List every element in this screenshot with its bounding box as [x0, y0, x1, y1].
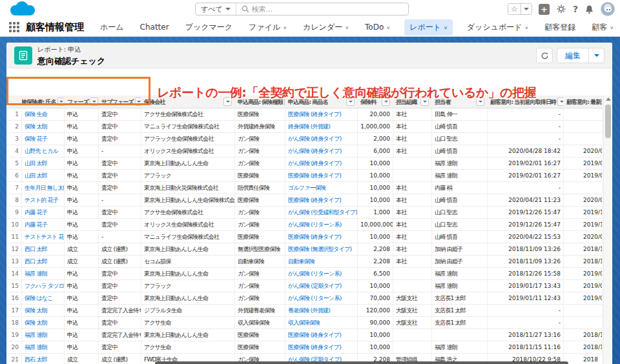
nav-tab-7[interactable]: ダッシュボード∨ — [465, 19, 531, 35]
record-link[interactable]: 保険 太朗 — [22, 305, 65, 316]
record-link[interactable]: がん保険 (終身タイプ) — [285, 133, 358, 145]
record-link[interactable]: 医療保険 (終身タイプ) — [285, 108, 358, 120]
record-link[interactable]: 医療保険 (無選択型タイプ) — [285, 243, 358, 255]
vertical-scrollbar-thumb[interactable] — [605, 105, 611, 138]
column-header-8[interactable]: 担当者 — [432, 96, 488, 108]
record-link[interactable]: がん保険 (引受緩和型タイプ) — [285, 207, 358, 218]
nav-tab-1[interactable]: Chatter — [138, 20, 171, 34]
nav-tab-label: 顧客登録 — [544, 22, 575, 33]
record-link[interactable]: 医療保険 (終身タイプ) — [285, 170, 358, 181]
column-header-9[interactable]: 顧客意向: 当初意向取得日時 — [488, 96, 564, 108]
record-link[interactable]: がん保険 (リターン系) — [285, 219, 358, 230]
record-link[interactable]: 内藤 花子 — [22, 207, 65, 218]
record-link[interactable]: 西石 太郎 — [22, 354, 65, 364]
record-link[interactable]: 医療保険 (終身タイプ) — [285, 341, 358, 353]
record-link[interactable]: 養老保険 (外貨建) — [285, 305, 358, 316]
notification-bell-icon[interactable] — [584, 5, 594, 14]
vertical-scrollbar[interactable] — [603, 96, 612, 364]
sort-caret-icon[interactable] — [90, 97, 98, 106]
nav-tab-3[interactable]: ファイル∨ — [247, 19, 289, 35]
nav-tab-9[interactable]: 顧客∨ — [590, 19, 615, 35]
record-link[interactable]: 終身保険 (外貨建) — [285, 121, 358, 132]
record-link[interactable]: 保険 花子 — [22, 133, 65, 145]
record-link[interactable]: がん保険 (リターン系) — [285, 268, 358, 279]
record-link[interactable]: 医療保険 (終身タイプ) — [285, 231, 358, 243]
record-link[interactable]: 西口 太郎 — [22, 256, 65, 267]
record-link[interactable]: がん保険 (定期タイプ) — [285, 280, 358, 292]
record-link[interactable]: 山田 太郎 — [22, 157, 65, 169]
favorites-dropdown[interactable] — [521, 4, 532, 14]
record-link[interactable]: がん保険 (終身タイプ) — [285, 145, 358, 157]
horizontal-scrollbar-thumb[interactable] — [155, 361, 568, 364]
record-link[interactable]: 医療保険 (終身タイプ) — [285, 329, 358, 341]
column-header-10[interactable]: 顧客意向: 最新意向 — [564, 96, 603, 108]
sort-caret-icon[interactable] — [135, 97, 141, 106]
edit-button[interactable]: 編集 — [557, 48, 589, 63]
record-link[interactable]: がん保険 (終身タイプ) — [285, 157, 358, 169]
table-cell: マニュライフ生命保険株式会社 — [141, 121, 235, 132]
horizontal-scrollbar[interactable] — [155, 361, 568, 364]
table-cell: 2019/0 — [564, 268, 603, 279]
record-link[interactable]: 山野先 ヒカル — [22, 145, 65, 157]
scroll-up-arrow-icon[interactable] — [606, 97, 611, 101]
record-link[interactable]: 福原 達朗 — [22, 341, 65, 353]
column-header-3[interactable]: 保険会社 — [141, 96, 235, 108]
column-header-7[interactable]: 担当組織 — [393, 96, 432, 108]
column-header-0[interactable]: 被保険者: 氏名 — [22, 96, 65, 108]
table-row: 2保険 太朗申込査定中マニュライフ生命保険株式会社外貨建終身保険終身保険 (外貨… — [6, 121, 603, 133]
quick-add-icon[interactable]: + — [539, 4, 550, 15]
table-cell: 外貨建養老保険 — [235, 305, 285, 316]
sort-caret-icon[interactable] — [557, 97, 564, 106]
record-link[interactable]: 医療保険 (終身タイプ) — [285, 194, 358, 206]
sort-caret-icon[interactable] — [420, 97, 429, 106]
record-link[interactable]: 保険 生命 — [22, 108, 65, 120]
column-header-4[interactable]: 申込商品: 保険種類 — [235, 96, 285, 108]
record-link[interactable]: 西口 太郎 — [22, 243, 65, 255]
refresh-button[interactable] — [536, 48, 553, 63]
record-link[interactable]: 保険 太朗 — [22, 317, 65, 329]
record-link[interactable]: ゴルファー保険 — [285, 182, 358, 194]
record-link[interactable]: 内藤 花子 — [22, 219, 65, 230]
record-link[interactable]: 福原 達朗 — [22, 268, 65, 279]
sort-caret-icon[interactable] — [346, 97, 355, 106]
sort-caret-icon[interactable] — [223, 97, 232, 106]
search-scope-selector[interactable]: すべて — [196, 3, 236, 15]
record-link[interactable]: 福原 達朗 — [22, 329, 65, 341]
nav-tab-5[interactable]: ToDo∨ — [363, 20, 392, 34]
edit-more-button[interactable] — [589, 48, 604, 63]
column-header-2[interactable]: サブフェーズ — [99, 96, 141, 108]
table-row: 20福原 達朗申込査定中アクサ生命医療保険医療保険 (終身タイプ)10,000福… — [6, 341, 603, 354]
nav-tab-4[interactable]: カレンダー∨ — [301, 19, 351, 35]
sort-caret-icon[interactable] — [57, 97, 65, 106]
record-link[interactable]: 生年月日 無し太郎 — [22, 182, 65, 194]
setup-gear-icon[interactable] — [556, 4, 566, 14]
column-header-6[interactable]: 保険料 — [358, 96, 393, 108]
record-link[interactable]: 山田 太郎 — [22, 170, 65, 181]
record-link[interactable]: テストテスト 花子 — [22, 231, 65, 243]
table-cell — [432, 329, 488, 341]
table-cell: 査定中 — [99, 121, 141, 132]
nav-tab-0[interactable]: ホーム — [98, 19, 126, 35]
user-avatar[interactable] — [601, 2, 615, 16]
nav-tab-6[interactable]: レポート∨ — [404, 19, 453, 35]
nav-tab-2[interactable]: ブックマーク — [183, 19, 234, 35]
column-header-5[interactable]: 申込商品: 商品名 — [285, 96, 358, 108]
table-cell: 2,208 — [358, 256, 393, 267]
sort-caret-icon[interactable] — [382, 97, 390, 106]
sort-caret-icon[interactable] — [476, 97, 484, 106]
record-link[interactable]: フクハラ タツロウ — [22, 280, 65, 292]
favorites-control[interactable]: ☆ — [508, 3, 532, 15]
record-link[interactable]: 収入保障保険 — [285, 317, 358, 329]
record-link[interactable]: がん保険 (リターン系) — [285, 292, 358, 304]
favorite-star-icon[interactable]: ☆ — [508, 4, 521, 14]
row-number: 2 — [6, 121, 22, 132]
record-link[interactable]: 自動車保険 — [285, 256, 358, 267]
global-search[interactable]: すべて 検索... — [195, 3, 409, 15]
nav-tab-8[interactable]: 顧客登録 — [542, 19, 577, 35]
record-link[interactable]: 保険 太朗 — [22, 121, 65, 132]
record-link[interactable]: テスト的 花子 — [22, 194, 65, 206]
column-header-1[interactable]: フェーズ — [65, 96, 99, 108]
help-icon[interactable]: ? — [573, 4, 578, 14]
record-link[interactable]: 保険 はなこ — [22, 292, 65, 304]
app-launcher-icon[interactable] — [9, 22, 19, 32]
